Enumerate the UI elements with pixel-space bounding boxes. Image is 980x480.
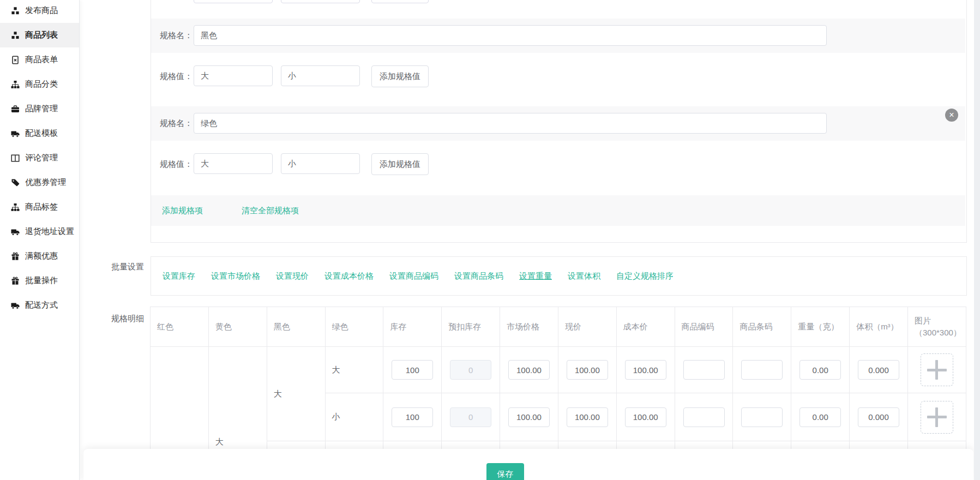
price-input[interactable] [567,360,608,380]
table-header-row: 红色 黄色 黑色 绿色 库存 预扣库存 市场价格 现价 成本价 商品编码 商品条… [151,307,966,347]
batch-link-set-volume[interactable]: 设置体积 [568,271,600,281]
sitemap-icon [11,203,20,212]
add-spec-value-button-partial[interactable] [371,0,429,3]
product-code-input[interactable] [683,407,725,427]
close-icon: × [949,110,954,120]
product-code-input[interactable] [683,360,725,380]
stock-input[interactable] [392,360,433,380]
spec-links-band: 添加规格项 清空全部规格项 [151,195,965,226]
sidebar-item-label: 优惠券管理 [25,177,66,188]
plus-icon [935,407,938,427]
sidebar-item-comment-management[interactable]: 评论管理 [0,146,79,170]
col-header-product-code: 商品编码 [675,307,733,347]
tag-icon [11,178,20,187]
sidebar-item-product-tags[interactable]: 商品标签 [0,195,79,219]
cubes-icon [11,7,20,15]
col-header-green: 绿色 [325,307,383,347]
sidebar-item-label: 商品表单 [25,55,58,65]
batch-link-set-product-code[interactable]: 设置商品编码 [389,271,438,281]
market-price-input[interactable] [508,360,550,380]
spec-name-input[interactable] [194,113,827,134]
batch-link-set-stock[interactable]: 设置库存 [163,271,195,281]
briefcase-icon [11,105,20,113]
batch-link-set-market-price[interactable]: 设置市场价格 [211,271,260,281]
col-header-market-price: 市场价格 [500,307,558,347]
table-row: 大 大 大 [151,347,966,393]
add-spec-item-link[interactable]: 添加规格项 [162,195,203,226]
market-price-input[interactable] [508,407,550,427]
spec-value-input[interactable] [194,65,273,86]
sidebar-item-coupon-management[interactable]: 优惠券管理 [0,170,79,195]
batch-links-row: 设置库存 设置市场价格 设置现价 设置成本价格 设置商品编码 设置商品条码 设置… [151,257,966,295]
volume-input[interactable] [858,407,899,427]
sidebar-item-label: 批量操作 [25,275,58,286]
batch-link-custom-spec-sort[interactable]: 自定义规格排序 [616,271,674,281]
truck-icon [11,227,20,236]
spec-detail-label: 规格明细 [103,308,144,329]
batch-link-set-cost-price[interactable]: 设置成本价格 [324,271,374,281]
image-upload-button[interactable] [921,401,953,434]
vertical-scrollbar[interactable] [974,0,980,480]
sidebar-item-label: 评论管理 [25,153,58,163]
plus-icon [935,360,938,380]
save-button[interactable]: 保存 [486,463,524,480]
sidebar-item-full-discount[interactable]: 满额优惠 [0,244,79,268]
sidebar-item-delivery-method[interactable]: 配送方式 [0,293,79,317]
sidebar-item-return-address[interactable]: 退货地址设置 [0,219,79,244]
weight-input[interactable] [799,407,841,427]
spec-value-input[interactable] [281,65,360,86]
spec-value-label: 规格值： [151,153,193,175]
volume-input[interactable] [858,360,899,380]
spec-value-input-partial[interactable] [194,0,273,3]
remove-spec-group-button[interactable]: × [945,109,958,122]
sidebar-item-delivery-template[interactable]: 配送模板 [0,121,79,146]
spec-value-input[interactable] [194,153,273,174]
sidebar-item-product-list[interactable]: 商品列表 [0,23,79,47]
cell-black: 大 [267,347,325,441]
image-upload-button[interactable] [921,353,953,386]
price-input[interactable] [567,407,608,427]
col-header-cost-price: 成本价 [616,307,675,347]
batch-link-set-price[interactable]: 设置现价 [276,271,309,281]
batch-link-set-weight[interactable]: 设置重量 [519,271,552,281]
gift-icon [11,252,20,261]
barcode-input[interactable] [741,360,783,380]
truck-icon [11,301,20,310]
gift-icon [11,277,20,285]
batch-settings-box: 设置库存 设置市场价格 设置现价 设置成本价格 设置商品编码 设置商品条码 设置… [151,256,967,296]
col-header-black: 黑色 [267,307,325,347]
col-header-weight: 重量（克） [791,307,850,347]
page: { "colors":{"accent":"#2bb69a","band":"#… [0,0,980,480]
sidebar: 发布商品 商品列表 商品表单 商品分类 品牌管理 配送模板 评论管理 优惠券管 [0,0,80,480]
add-spec-value-button[interactable]: 添加规格值 [371,153,429,175]
barcode-input[interactable] [741,407,783,427]
cost-price-input[interactable] [625,360,666,380]
weight-input[interactable] [799,360,841,380]
sidebar-item-brand-management[interactable]: 品牌管理 [0,97,79,121]
sidebar-item-label: 商品分类 [25,79,58,89]
file-excel-icon [11,56,20,64]
sidebar-item-label: 商品列表 [25,30,58,40]
footer-bar: 保存 [83,449,973,480]
sidebar-item-label: 退货地址设置 [25,226,74,237]
columns-icon [11,154,20,163]
sidebar-item-label: 配送方式 [25,300,58,310]
sidebar-item-label: 商品标签 [25,202,58,212]
col-header-stock: 库存 [383,307,442,347]
sidebar-item-label: 满额优惠 [25,251,58,261]
clear-all-spec-link[interactable]: 清空全部规格项 [242,195,299,226]
sidebar-item-batch-operation[interactable]: 批量操作 [0,268,79,293]
stock-input[interactable] [392,407,433,427]
add-spec-value-button[interactable]: 添加规格值 [371,65,429,87]
spec-name-input[interactable] [194,25,827,46]
sidebar-item-product-form[interactable]: 商品表单 [0,47,79,72]
sidebar-item-product-category[interactable]: 商品分类 [0,72,79,97]
sidebar-menu: 发布商品 商品列表 商品表单 商品分类 品牌管理 配送模板 评论管理 优惠券管 [0,0,79,317]
sidebar-item-publish-product[interactable]: 发布商品 [0,0,79,23]
cost-price-input[interactable] [625,407,666,427]
col-header-volume: 体积（m³） [850,307,908,347]
spec-value-input[interactable] [281,153,360,174]
batch-link-set-barcode[interactable]: 设置商品条码 [454,271,503,281]
spec-value-input-partial[interactable] [281,0,360,3]
col-header-yellow: 黄色 [208,307,267,347]
